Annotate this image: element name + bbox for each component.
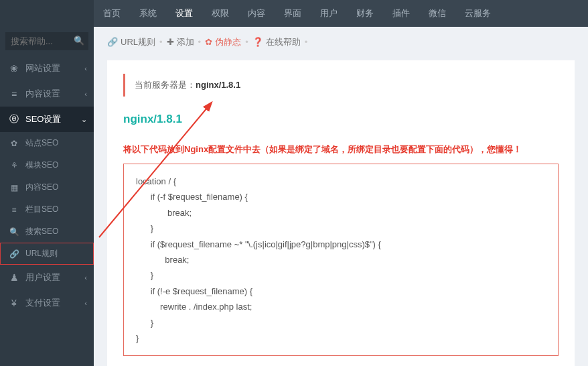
topnav-item[interactable]: 内容 — [238, 0, 275, 27]
server-note: 当前服务器是：nginx/1.8.1 — [123, 74, 559, 97]
sidebar-item[interactable]: ¥支付设置‹ — [0, 290, 94, 316]
submenu-label: 搜索SEO — [25, 226, 58, 237]
sidebar-subitem[interactable]: ≡栏目SEO — [0, 198, 94, 221]
warning-text: 将以下代码放到Nginx配置文件中去（如果是绑定了域名，所绑定目录也要配置下面的… — [123, 143, 559, 156]
main-panel: 当前服务器是：nginx/1.8.1 nginx/1.8.1 将以下代码放到Ng… — [107, 60, 575, 366]
chevron-icon: ‹ — [84, 299, 87, 307]
content-area: 🔗URL规则•✚添加•✿伪静态•❓在线帮助• 当前服务器是：nginx/1.8.… — [94, 27, 588, 366]
chevron-icon: ⌄ — [81, 115, 87, 124]
submenu-label: 栏目SEO — [25, 204, 58, 215]
topnav-item[interactable]: 用户 — [311, 0, 347, 27]
submenu-icon: ✿ — [8, 139, 20, 148]
sidebar: 🔍 ❀网站设置‹≡内容设置‹ⓔSEO设置⌄✿站点SEO⚘模块SEO▦内容SEO≡… — [0, 0, 94, 366]
submenu-icon: ▦ — [8, 183, 20, 192]
breadcrumb-sep: • — [305, 37, 308, 47]
submenu-label: URL规则 — [25, 248, 58, 259]
sidebar-item[interactable]: ≡内容设置‹ — [0, 81, 94, 107]
sidebar-item[interactable]: ⓔSEO设置⌄ — [0, 107, 94, 132]
breadcrumb-icon: ✿ — [205, 37, 212, 47]
breadcrumb-icon: ❓ — [252, 37, 263, 47]
sidebar-item[interactable]: ❀网站设置‹ — [0, 56, 94, 81]
server-note-prefix: 当前服务器是： — [135, 80, 196, 90]
submenu-icon: ⚘ — [8, 161, 20, 170]
sidebar-subitem[interactable]: ⚘模块SEO — [0, 154, 94, 176]
submenu-icon: ≡ — [8, 205, 20, 215]
menu-icon: ♟ — [8, 272, 20, 283]
menu-icon: ≡ — [8, 88, 20, 99]
breadcrumb-item[interactable]: ❓在线帮助 — [252, 37, 301, 47]
breadcrumb-icon: ✚ — [167, 37, 174, 47]
breadcrumb-sep: • — [245, 37, 248, 47]
chevron-icon: ‹ — [84, 90, 87, 98]
sidebar-item[interactable]: ♟用户设置‹ — [0, 265, 94, 290]
menu-icon: ¥ — [8, 298, 20, 308]
menu-label: SEO设置 — [25, 113, 61, 125]
topnav-item[interactable]: 云服务 — [455, 0, 500, 27]
menu-label: 支付设置 — [25, 297, 60, 309]
breadcrumb-item[interactable]: ✿伪静态 — [205, 37, 241, 47]
breadcrumb-item[interactable]: ✚添加 — [167, 37, 194, 47]
topnav-item[interactable]: 权限 — [202, 0, 238, 27]
menu-label: 用户设置 — [25, 271, 60, 284]
sidebar-subitem[interactable]: ✿站点SEO — [0, 132, 94, 154]
sidebar-search: 🔍 — [0, 27, 94, 56]
sidebar-subitem[interactable]: 🔗URL规则 — [0, 243, 94, 265]
topnav-item[interactable]: 微信 — [419, 0, 455, 27]
menu-icon: ⓔ — [8, 113, 20, 125]
menu-label: 网站设置 — [25, 62, 60, 74]
code-block: location / { if (-f $request_filename) {… — [123, 164, 559, 356]
breadcrumb: 🔗URL规则•✚添加•✿伪静态•❓在线帮助• — [94, 27, 588, 58]
submenu-label: 内容SEO — [25, 182, 58, 193]
submenu-label: 模块SEO — [25, 160, 58, 171]
sidebar-subitem[interactable]: ▦内容SEO — [0, 176, 94, 198]
menu-label: 内容设置 — [25, 88, 60, 100]
submenu-label: 站点SEO — [25, 137, 58, 149]
submenu-icon: 🔍 — [8, 227, 20, 237]
breadcrumb-sep: • — [198, 37, 202, 47]
breadcrumb-sep: • — [159, 37, 163, 47]
topnav-item[interactable]: 系统 — [130, 0, 166, 27]
breadcrumb-item[interactable]: 🔗URL规则 — [107, 37, 155, 47]
chevron-icon: ‹ — [84, 64, 87, 72]
topnav-item[interactable]: 设置 — [166, 0, 202, 27]
topnav-item[interactable]: 界面 — [275, 0, 311, 27]
topnav-item[interactable]: 财务 — [347, 0, 383, 27]
server-note-value: nginx/1.8.1 — [196, 80, 240, 90]
page-heading: nginx/1.8.1 — [123, 113, 559, 126]
chevron-icon: ‹ — [84, 273, 87, 282]
sidebar-subitem[interactable]: 🔍搜索SEO — [0, 221, 94, 243]
topnav-item[interactable]: 插件 — [383, 0, 419, 27]
breadcrumb-icon: 🔗 — [107, 37, 118, 47]
submenu-icon: 🔗 — [8, 249, 20, 259]
topnav-item[interactable]: 首页 — [94, 0, 130, 27]
menu-icon: ❀ — [8, 63, 20, 74]
search-icon[interactable]: 🔍 — [74, 36, 84, 46]
